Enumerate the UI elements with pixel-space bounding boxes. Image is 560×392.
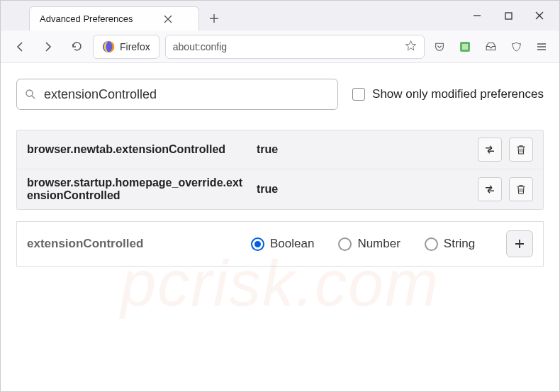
titlebar: Advanced Preferences bbox=[1, 1, 559, 30]
radio-icon bbox=[338, 237, 352, 251]
extension-icon[interactable] bbox=[454, 35, 476, 59]
identity-box[interactable]: Firefox bbox=[93, 35, 159, 59]
checkbox-label: Show only modified preferences bbox=[372, 87, 544, 101]
radio-label: String bbox=[444, 237, 475, 251]
pref-value: true bbox=[257, 143, 468, 156]
radio-boolean[interactable]: Boolean bbox=[251, 237, 314, 251]
toggle-button[interactable] bbox=[478, 177, 502, 201]
close-tab-icon[interactable] bbox=[162, 13, 174, 26]
pref-row[interactable]: browser.newtab.extensionControlled true bbox=[17, 130, 543, 169]
radio-icon bbox=[251, 237, 264, 251]
delete-button[interactable] bbox=[509, 138, 533, 162]
svg-point-4 bbox=[26, 90, 33, 96]
hamburger-menu-icon[interactable] bbox=[531, 35, 552, 59]
add-pref-row: extensionControlled Boolean Number Strin… bbox=[16, 221, 544, 267]
search-icon bbox=[24, 88, 37, 101]
pocket-icon[interactable] bbox=[429, 35, 450, 59]
delete-button[interactable] bbox=[509, 177, 533, 201]
pref-name: browser.newtab.extensionControlled bbox=[27, 143, 247, 156]
nav-toolbar: Firefox about:config bbox=[1, 30, 559, 63]
url-bar[interactable]: about:config bbox=[165, 35, 425, 59]
radio-label: Boolean bbox=[270, 237, 314, 251]
inbox-icon[interactable] bbox=[480, 35, 501, 59]
new-tab-button[interactable] bbox=[203, 8, 225, 29]
bookmark-star-icon[interactable] bbox=[405, 40, 417, 54]
checkbox-icon bbox=[352, 88, 365, 101]
radio-number[interactable]: Number bbox=[338, 237, 400, 251]
about-config-content: extensionControlled Show only modified p… bbox=[1, 63, 559, 391]
radio-label: Number bbox=[357, 237, 400, 251]
forward-button[interactable] bbox=[36, 35, 60, 59]
pref-row[interactable]: browser.startup.homepage_override.extens… bbox=[17, 169, 543, 209]
back-button[interactable] bbox=[8, 35, 32, 59]
pref-list: browser.newtab.extensionControlled true … bbox=[16, 130, 544, 210]
firefox-logo-icon bbox=[102, 40, 115, 53]
pref-search-input[interactable]: extensionControlled bbox=[16, 79, 338, 110]
show-modified-checkbox[interactable]: Show only modified preferences bbox=[352, 87, 544, 101]
svg-rect-0 bbox=[505, 13, 512, 19]
url-text: about:config bbox=[173, 41, 227, 52]
toggle-button[interactable] bbox=[478, 138, 502, 162]
identity-label: Firefox bbox=[120, 41, 150, 52]
reload-button[interactable] bbox=[65, 35, 89, 59]
search-value: extensionControlled bbox=[44, 87, 330, 102]
svg-rect-3 bbox=[462, 44, 468, 50]
browser-tab[interactable]: Advanced Preferences bbox=[29, 6, 199, 30]
minimize-button[interactable] bbox=[461, 5, 493, 26]
add-pref-name: extensionControlled bbox=[27, 237, 240, 251]
add-pref-button[interactable] bbox=[506, 230, 533, 257]
pref-name: browser.startup.homepage_override.extens… bbox=[27, 177, 247, 202]
radio-icon bbox=[425, 237, 438, 251]
pref-value: true bbox=[257, 183, 468, 196]
tab-title: Advanced Preferences bbox=[40, 13, 133, 24]
maximize-button[interactable] bbox=[493, 5, 524, 26]
shield-icon[interactable] bbox=[505, 35, 527, 59]
radio-string[interactable]: String bbox=[425, 237, 475, 251]
type-radios: Boolean Number String bbox=[251, 237, 475, 251]
close-window-button[interactable] bbox=[524, 5, 555, 26]
